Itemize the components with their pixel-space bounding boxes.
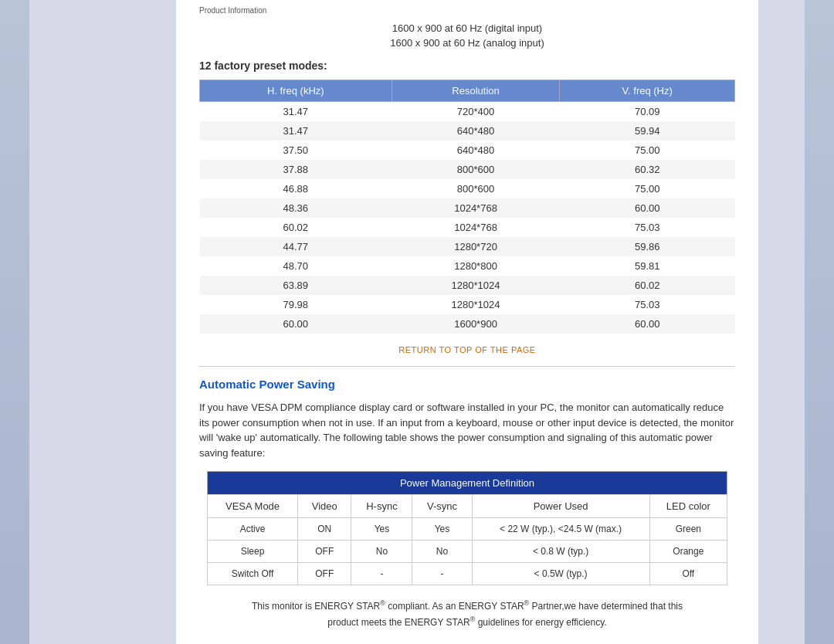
- power-col-header: VESA Mode: [208, 495, 298, 518]
- freq-cell: 59.86: [560, 237, 735, 256]
- freq-cell: 1600*900: [392, 314, 560, 334]
- power-cell: No: [351, 541, 412, 563]
- freq-col-v: V. freq (Hz): [560, 80, 735, 102]
- freq-table-row: 60.001600*90060.00: [200, 314, 735, 334]
- freq-table-row: 60.021024*76875.03: [200, 218, 735, 237]
- auto-power-heading: Automatic Power Saving: [199, 378, 735, 391]
- freq-cell: 800*600: [392, 179, 560, 198]
- freq-cell: 75.00: [560, 179, 735, 198]
- freq-cell: 63.89: [200, 276, 392, 295]
- auto-power-description: If you have VESA DPM compliance display …: [199, 400, 735, 460]
- freq-cell: 60.00: [200, 314, 392, 334]
- power-table-row: ActiveONYesYes< 22 W (typ.), <24.5 W (ma…: [208, 518, 727, 541]
- power-table-row: Switch OffOFF--< 0.5W (typ.)Off: [208, 563, 727, 585]
- power-cell: Orange: [649, 541, 727, 563]
- power-cell: Off: [649, 563, 727, 585]
- energy-star-sup2: ®: [524, 599, 530, 607]
- freq-cell: 79.98: [200, 295, 392, 314]
- section-divider: [199, 366, 735, 367]
- power-cell: Green: [649, 518, 727, 541]
- freq-col-res: Resolution: [392, 80, 560, 102]
- left-sidebar: [0, 0, 29, 644]
- power-cell: Switch Off: [208, 563, 298, 585]
- power-cell: Yes: [412, 518, 472, 541]
- freq-cell: 1024*768: [392, 198, 560, 218]
- power-cell: ON: [298, 518, 351, 541]
- freq-cell: 1024*768: [392, 218, 560, 237]
- energy-star-line1: This monitor is ENERGY STAR® compliant. …: [252, 601, 683, 612]
- power-table-wrapper: Power Management Definition VESA ModeVid…: [207, 471, 727, 585]
- freq-cell: 59.94: [560, 121, 735, 141]
- freq-cell: 44.77: [200, 237, 392, 256]
- return-link-anchor[interactable]: RETURN TO TOP OF THE PAGE: [398, 345, 535, 354]
- power-table-row: SleepOFFNoNo< 0.8 W (typ.)Orange: [208, 541, 727, 563]
- freq-cell: 48.70: [200, 256, 392, 276]
- freq-cell: 60.00: [560, 314, 735, 334]
- freq-cell: 75.03: [560, 218, 735, 237]
- power-table-section-header: Power Management Definition: [208, 472, 727, 495]
- power-cell: < 0.8 W (typ.): [472, 541, 649, 563]
- freq-cell: 800*600: [392, 160, 560, 179]
- freq-cell: 720*400: [392, 102, 560, 122]
- power-col-header: Power Used: [472, 495, 649, 518]
- power-col-header: LED color: [649, 495, 727, 518]
- freq-table-row: 79.981280*102475.03: [200, 295, 735, 314]
- freq-table-row: 48.701280*80059.81: [200, 256, 735, 276]
- power-cell: Active: [208, 518, 298, 541]
- freq-cell: 1280*720: [392, 237, 560, 256]
- freq-table-row: 48.361024*76860.00: [200, 198, 735, 218]
- energy-star-line2: product meets the ENERGY STAR® guideline…: [327, 617, 606, 628]
- freq-cell: 60.00: [560, 198, 735, 218]
- freq-col-h: H. freq (kHz): [200, 80, 392, 102]
- freq-cell: 75.03: [560, 295, 735, 314]
- freq-cell: 60.02: [560, 276, 735, 295]
- power-cell: OFF: [298, 541, 351, 563]
- freq-cell: 46.88: [200, 179, 392, 198]
- main-content: Product Information 1600 x 900 at 60 Hz …: [176, 0, 758, 644]
- freq-table-row: 44.771280*72059.86: [200, 237, 735, 256]
- freq-cell: 60.02: [200, 218, 392, 237]
- frequency-table: H. freq (kHz) Resolution V. freq (Hz) 31…: [199, 80, 735, 334]
- power-col-header: Video: [298, 495, 351, 518]
- freq-table-row: 46.88800*60075.00: [200, 179, 735, 198]
- power-management-table: Power Management Definition VESA ModeVid…: [207, 471, 727, 585]
- freq-cell: 59.81: [560, 256, 735, 276]
- power-cell: No: [412, 541, 472, 563]
- intro-line-1: 1600 x 900 at 60 Hz (digital input): [199, 22, 735, 34]
- freq-cell: 37.50: [200, 141, 392, 160]
- power-cell: -: [412, 563, 472, 585]
- freq-cell: 1280*1024: [392, 276, 560, 295]
- freq-cell: 70.09: [560, 102, 735, 122]
- freq-cell: 1280*1024: [392, 295, 560, 314]
- freq-cell: 1280*800: [392, 256, 560, 276]
- freq-cell: 60.32: [560, 160, 735, 179]
- freq-table-row: 31.47720*40070.09: [200, 102, 735, 122]
- power-cell: Yes: [351, 518, 412, 541]
- energy-star-sup1: ®: [380, 599, 385, 607]
- right-sidebar: [805, 0, 834, 644]
- intro-line-2: 1600 x 900 at 60 Hz (analog input): [199, 37, 735, 49]
- energy-star-text: This monitor is ENERGY STAR® compliant. …: [199, 598, 735, 630]
- power-cell: -: [351, 563, 412, 585]
- power-cell: < 0.5W (typ.): [472, 563, 649, 585]
- freq-cell: 640*480: [392, 121, 560, 141]
- freq-table-row: 63.891280*102460.02: [200, 276, 735, 295]
- return-link[interactable]: RETURN TO TOP OF THE PAGE: [199, 344, 735, 355]
- freq-cell: 640*480: [392, 141, 560, 160]
- freq-table-row: 31.47640*48059.94: [200, 121, 735, 141]
- product-info-label: Product Information: [199, 6, 735, 15]
- right-panel: [758, 0, 805, 644]
- freq-table-row: 37.50640*48075.00: [200, 141, 735, 160]
- power-cell: Sleep: [208, 541, 298, 563]
- power-col-header: H-sync: [351, 495, 412, 518]
- freq-table-row: 37.88800*60060.32: [200, 160, 735, 179]
- freq-cell: 37.88: [200, 160, 392, 179]
- freq-cell: 48.36: [200, 198, 392, 218]
- left-panel: [29, 0, 176, 644]
- factory-preset-heading: 12 factory preset modes:: [199, 59, 735, 72]
- freq-cell: 31.47: [200, 121, 392, 141]
- freq-cell: 31.47: [200, 102, 392, 122]
- power-cell: OFF: [298, 563, 351, 585]
- freq-cell: 75.00: [560, 141, 735, 160]
- power-col-header: V-sync: [412, 495, 472, 518]
